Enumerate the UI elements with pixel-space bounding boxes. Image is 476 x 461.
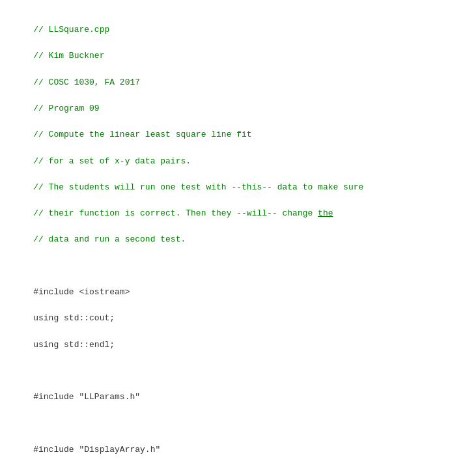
line-3: // COSC 1030, FA 2017 — [33, 77, 140, 87]
line-13: #include "LLParams.h" — [33, 392, 140, 402]
line-2: // Kim Buckner — [33, 51, 104, 61]
line-11: using std::cout; — [33, 313, 115, 323]
line-8: // their function is correct. Then they … — [33, 208, 333, 218]
line-4: // Program 09 — [33, 104, 99, 113]
line-12: using std::endl; — [33, 340, 115, 350]
line-14: #include "DisplayArray.h" — [33, 445, 160, 454]
code-block: // LLSquare.cpp // Kim Buckner // COSC 1… — [13, 10, 463, 461]
line-6: // for a set of x-y data pairs. — [33, 156, 191, 166]
code-container: // LLSquare.cpp // Kim Buckner // COSC 1… — [0, 0, 476, 461]
line-7: // The students will run one test with -… — [33, 182, 363, 192]
line-5: // Compute the linear least square line … — [33, 130, 251, 139]
line-9: // data and run a second test. — [33, 234, 186, 244]
line-1: // LLSquare.cpp — [33, 25, 109, 35]
line-10: #include <iostream> — [33, 287, 130, 297]
